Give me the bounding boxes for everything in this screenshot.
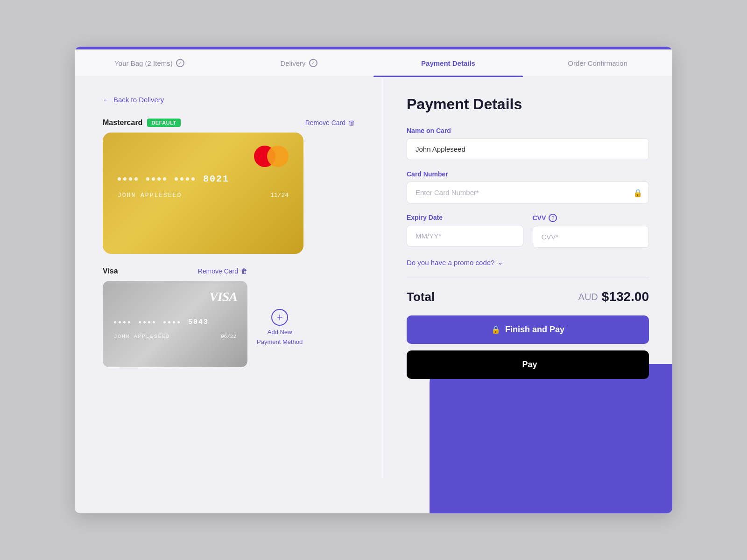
name-on-card-group: Name on Card	[407, 127, 649, 160]
mastercard-expiry: 11/24	[270, 192, 289, 199]
back-link-label: Back to Delivery	[113, 96, 164, 104]
expiry-input[interactable]	[407, 225, 523, 247]
add-payment-line1: Add New	[268, 329, 292, 336]
finish-and-pay-button[interactable]: 🔒 Finish and Pay	[407, 315, 649, 344]
card-number-input-wrapper: 🔒	[407, 182, 649, 203]
dot	[146, 177, 149, 181]
back-arrow-icon: ←	[103, 96, 110, 104]
total-currency: AUD	[578, 292, 598, 302]
visa-dot	[114, 321, 116, 323]
nav-label-bag: Your Bag (2 Items)	[114, 59, 173, 67]
nav-item-payment[interactable]: Payment Details	[374, 49, 523, 77]
promo-code-toggle[interactable]: Do you have a promo code? ⌄	[407, 258, 649, 278]
nav-label-payment: Payment Details	[421, 59, 475, 67]
chevron-down-icon: ⌄	[497, 258, 503, 266]
remove-mastercard-button[interactable]: Remove Card 🗑	[305, 119, 355, 126]
remove-visa-button[interactable]: Remove Card 🗑	[198, 267, 247, 275]
cvv-input[interactable]	[533, 226, 649, 248]
total-amount-group: AUD $132.00	[578, 289, 649, 304]
total-label: Total	[407, 290, 435, 304]
dot	[163, 177, 166, 181]
visa-card-area: Visa Remove Card 🗑 VISA	[103, 267, 247, 367]
total-amount: $132.00	[602, 289, 649, 304]
dot	[157, 177, 161, 181]
trash-icon-visa: 🗑	[241, 267, 247, 275]
lock-btn-icon: 🔒	[491, 325, 500, 334]
total-row: Total AUD $132.00	[407, 289, 649, 304]
right-panel: Payment Details Name on Card Card Number…	[383, 77, 672, 478]
visa-last-digits: 5043	[188, 318, 209, 326]
visa-holder: JOHN APPLESEED	[114, 334, 170, 339]
mastercard-dots: 8021	[118, 174, 289, 184]
dot-group-3	[175, 177, 195, 181]
expiry-group: Expiry Date	[407, 214, 523, 248]
lock-icon: 🔒	[633, 188, 642, 197]
visa-section: Visa Remove Card 🗑 VISA	[103, 267, 355, 367]
visa-expiry: 06/22	[221, 334, 236, 339]
nav-label-confirmation: Order Confirmation	[568, 59, 627, 67]
dot	[180, 177, 183, 181]
add-payment-wrapper: + Add New Payment Method	[257, 267, 303, 345]
mastercard-footer: JOHN APPLESEED 11/24	[118, 192, 289, 199]
dot	[175, 177, 178, 181]
mastercard-holder: JOHN APPLESEED	[118, 192, 182, 199]
visa-label-group: Visa	[103, 267, 118, 275]
visa-number-row: 5043	[114, 318, 236, 326]
finish-pay-label: Finish and Pay	[505, 325, 564, 335]
visa-dot	[148, 321, 150, 323]
visa-dot	[139, 321, 141, 323]
dot	[129, 177, 132, 181]
mastercard-label-group: Mastercard DEFAULT	[103, 119, 181, 127]
card-number-label: Card Number	[407, 170, 649, 178]
nav-label-delivery: Delivery	[280, 59, 305, 67]
visa-dot	[163, 321, 166, 323]
mastercard-label: Mastercard	[103, 119, 142, 127]
dot	[152, 177, 155, 181]
visa-section-header: Visa Remove Card 🗑	[103, 267, 247, 275]
card-number-input[interactable]	[407, 182, 649, 203]
trash-icon-mastercard: 🗑	[348, 119, 355, 126]
back-to-delivery-link[interactable]: ← Back to Delivery	[103, 96, 355, 104]
nav-item-confirmation[interactable]: Order Confirmation	[523, 49, 672, 77]
dot-group-1	[118, 177, 138, 181]
visa-label: Visa	[103, 267, 118, 275]
promo-code-label: Do you have a promo code?	[407, 259, 494, 266]
mastercard-last-digits: 8021	[203, 174, 229, 184]
dot	[123, 177, 127, 181]
mastercard-logo	[254, 146, 289, 167]
left-panel: ← Back to Delivery Mastercard DEFAULT Re…	[75, 77, 383, 478]
add-payment-button[interactable]: + Add New Payment Method	[257, 309, 303, 345]
cvv-help-icon[interactable]: ?	[549, 214, 557, 222]
visa-dot-group-1	[114, 321, 130, 323]
visa-dot	[143, 321, 146, 323]
visa-footer: JOHN APPLESEED 06/22	[114, 334, 236, 339]
apple-pay-button[interactable]: Pay	[407, 350, 649, 379]
main-content: ← Back to Delivery Mastercard DEFAULT Re…	[75, 77, 672, 478]
nav-item-delivery[interactable]: Delivery ✓	[224, 49, 374, 77]
visa-dot	[123, 321, 126, 323]
visa-dot	[177, 321, 180, 323]
mastercard-section-header: Mastercard DEFAULT Remove Card 🗑	[103, 119, 355, 127]
visa-dot-group-2	[139, 321, 155, 323]
apple-pay-label: Pay	[522, 360, 537, 370]
nav-item-bag[interactable]: Your Bag (2 Items) ✓	[75, 49, 224, 77]
dot-group-2	[146, 177, 166, 181]
mc-circle-orange	[267, 146, 289, 167]
visa-dot	[153, 321, 155, 323]
cvv-group: CVV ?	[533, 214, 649, 248]
check-icon-bag: ✓	[176, 59, 184, 67]
add-payment-line2: Payment Method	[257, 338, 303, 345]
card-number-group: Card Number 🔒	[407, 170, 649, 203]
mastercard-card: 8021 JOHN APPLESEED 11/24	[103, 133, 303, 254]
cvv-label: CVV	[533, 214, 546, 222]
dot	[191, 177, 195, 181]
visa-dot	[128, 321, 130, 323]
dot	[186, 177, 189, 181]
visa-dot	[173, 321, 175, 323]
visa-card: VISA	[103, 281, 247, 367]
visa-dots: 5043	[114, 318, 236, 326]
expiry-label: Expiry Date	[407, 214, 523, 221]
name-on-card-input[interactable]	[407, 138, 649, 160]
payment-details-title: Payment Details	[407, 96, 649, 113]
check-icon-delivery: ✓	[309, 59, 317, 67]
